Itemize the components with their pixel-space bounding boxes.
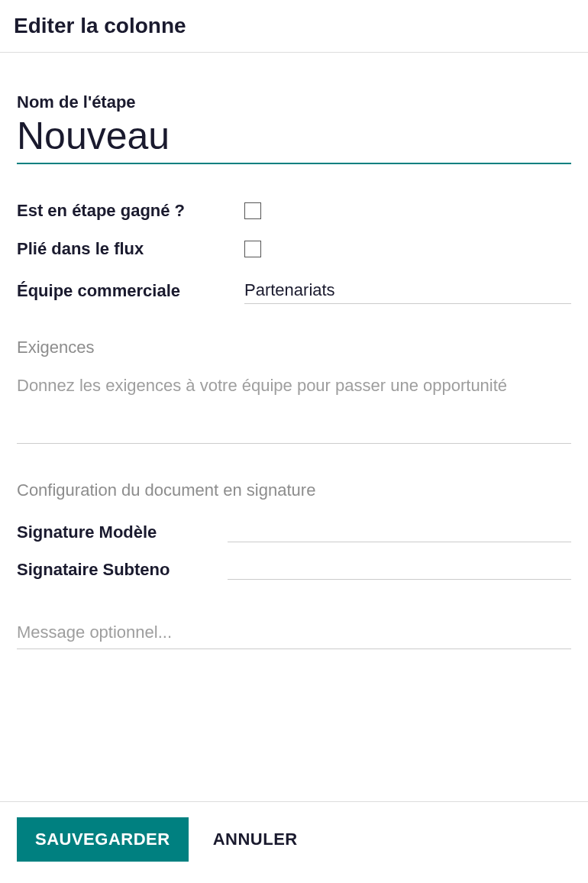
signature-model-row: Signature Modèle xyxy=(17,516,571,542)
signature-model-label: Signature Modèle xyxy=(17,522,228,542)
signature-signatory-row: Signataire Subteno xyxy=(17,553,571,580)
requirements-title: Exigences xyxy=(17,338,571,357)
dialog-header: Editer la colonne xyxy=(0,0,588,53)
team-row: Équipe commerciale xyxy=(17,277,571,304)
signature-rows: Signature Modèle Signataire Subteno xyxy=(17,516,571,580)
edit-column-dialog: Editer la colonne Nom de l'étape Est en … xyxy=(0,0,588,883)
team-label: Équipe commerciale xyxy=(17,281,244,301)
signature-model-input[interactable] xyxy=(228,516,571,542)
requirements-input[interactable] xyxy=(17,373,571,444)
team-input[interactable] xyxy=(244,277,571,304)
dialog-body: Nom de l'étape Est en étape gagné ? Plié… xyxy=(0,53,588,801)
stage-name-group: Nom de l'étape xyxy=(17,92,571,164)
folded-row: Plié dans le flux xyxy=(17,239,571,259)
is-won-checkbox[interactable] xyxy=(244,202,261,219)
stage-name-label: Nom de l'étape xyxy=(17,92,571,112)
form-rows: Est en étape gagné ? Plié dans le flux É… xyxy=(17,201,571,304)
dialog-footer: SAUVEGARDER ANNULER xyxy=(0,801,588,883)
is-won-label: Est en étape gagné ? xyxy=(17,201,244,221)
is-won-row: Est en étape gagné ? xyxy=(17,201,571,221)
signature-signatory-input[interactable] xyxy=(228,553,571,580)
save-button[interactable]: SAUVEGARDER xyxy=(17,817,189,862)
signature-signatory-label: Signataire Subteno xyxy=(17,560,228,580)
optional-message-input[interactable] xyxy=(17,619,571,649)
stage-name-input[interactable] xyxy=(17,114,571,164)
dialog-title: Editer la colonne xyxy=(14,14,574,38)
cancel-button[interactable]: ANNULER xyxy=(207,817,304,862)
folded-checkbox[interactable] xyxy=(244,241,261,257)
folded-label: Plié dans le flux xyxy=(17,239,244,259)
signature-config-title: Configuration du document en signature xyxy=(17,480,571,500)
